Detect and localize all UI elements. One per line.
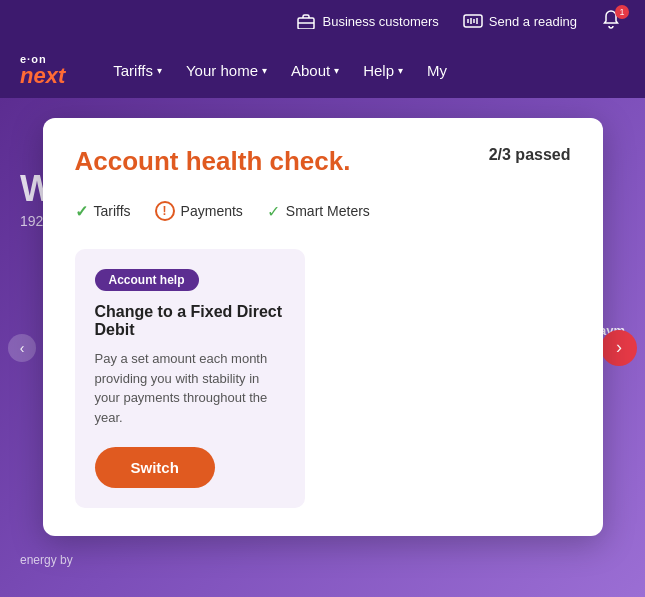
help-card-desc: Pay a set amount each month providing yo… — [95, 349, 285, 427]
tariffs-status-label: Tariffs — [94, 203, 131, 219]
nav-my[interactable]: My — [427, 62, 447, 79]
notification-badge: 1 — [615, 5, 629, 19]
send-reading-label: Send a reading — [489, 14, 577, 29]
business-customers-label: Business customers — [322, 14, 438, 29]
smart-meters-check-icon: ✓ — [267, 202, 280, 221]
about-label: About — [291, 62, 330, 79]
help-label: Help — [363, 62, 394, 79]
status-smart-meters: ✓ Smart Meters — [267, 201, 370, 221]
nav-tariffs[interactable]: Tariffs ▾ — [113, 62, 162, 79]
payments-warning-icon: ! — [155, 201, 175, 221]
briefcase-icon — [296, 11, 316, 31]
notification-icon[interactable]: 1 — [601, 9, 625, 33]
health-header: Account health check. 2/3 passed — [75, 146, 571, 177]
send-reading-link[interactable]: Send a reading — [463, 11, 577, 31]
logo[interactable]: e·on next — [20, 54, 65, 87]
meter-icon — [463, 11, 483, 31]
health-check-card: Account health check. 2/3 passed ✓ Tarif… — [43, 118, 603, 536]
tariffs-label: Tariffs — [113, 62, 153, 79]
your-home-label: Your home — [186, 62, 258, 79]
your-home-chevron: ▾ — [262, 65, 267, 76]
status-items: ✓ Tariffs ! Payments ✓ Smart Meters — [75, 201, 571, 221]
help-chevron: ▾ — [398, 65, 403, 76]
nav-bar: e·on next Tariffs ▾ Your home ▾ About ▾ … — [0, 42, 645, 98]
payments-status-label: Payments — [181, 203, 243, 219]
nav-about[interactable]: About ▾ — [291, 62, 339, 79]
tariffs-chevron: ▾ — [157, 65, 162, 76]
account-help-badge: Account help — [95, 269, 199, 291]
smart-meters-status-label: Smart Meters — [286, 203, 370, 219]
health-check-score: 2/3 passed — [489, 146, 571, 164]
svg-rect-2 — [464, 15, 482, 27]
help-card: Account help Change to a Fixed Direct De… — [75, 249, 305, 508]
nav-help[interactable]: Help ▾ — [363, 62, 403, 79]
business-customers-link[interactable]: Business customers — [296, 11, 438, 31]
nav-items: Tariffs ▾ Your home ▾ About ▾ Help ▾ My — [113, 62, 447, 79]
status-payments: ! Payments — [155, 201, 243, 221]
nav-your-home[interactable]: Your home ▾ — [186, 62, 267, 79]
help-card-title: Change to a Fixed Direct Debit — [95, 303, 285, 339]
health-check-title: Account health check. — [75, 146, 351, 177]
tariffs-check-icon: ✓ — [75, 202, 88, 221]
logo-next: next — [20, 65, 65, 87]
background-content: Wo 192 G t paym paymement iss afterissue… — [0, 98, 645, 597]
about-chevron: ▾ — [334, 65, 339, 76]
my-label: My — [427, 62, 447, 79]
switch-button[interactable]: Switch — [95, 447, 215, 488]
top-bar: Business customers Send a reading 1 — [0, 0, 645, 42]
modal-overlay: Account health check. 2/3 passed ✓ Tarif… — [0, 98, 645, 597]
status-tariffs: ✓ Tariffs — [75, 201, 131, 221]
